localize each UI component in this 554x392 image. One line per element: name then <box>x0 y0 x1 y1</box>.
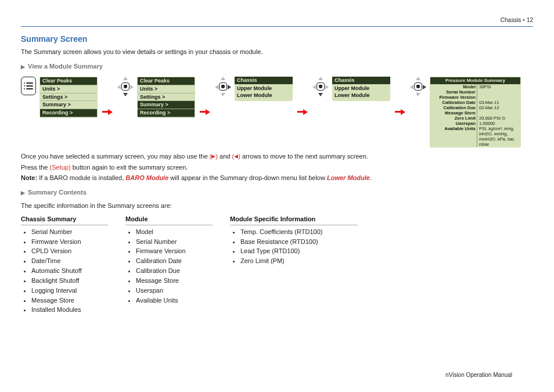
summary-table: Model30PSI Serial Number Firmware Versio… <box>430 84 520 147</box>
list-item: CPLD Version <box>31 247 108 256</box>
menu-item: Recording > <box>40 109 97 117</box>
instruction-arrows: Once you have selected a summary screen,… <box>21 152 533 161</box>
list-item: Userspan <box>136 286 213 295</box>
list-item: Available Units <box>136 296 213 305</box>
column-chassis-summary: Chassis Summary Serial Number Firmware V… <box>21 215 108 315</box>
menu-item: Units > <box>138 85 195 93</box>
device-screen-summary: Pressure Module Summary Model30PSI Seria… <box>430 77 521 148</box>
header-page-number: 12 <box>527 16 533 24</box>
contents-intro: The specific information in the Summary … <box>21 202 533 210</box>
list-item: Lower Module <box>237 92 290 99</box>
note-text: Note: If a BARO module is installed, BAR… <box>21 174 533 182</box>
intro-text: The Summary screen allows you to view de… <box>21 48 533 56</box>
list-item: Temp. Coefficients (RTD100) <box>240 228 358 236</box>
list-item: Automatic Shutoff <box>31 267 108 275</box>
list-item: Zero Limit (PM) <box>240 257 358 265</box>
menu-item: Settings > <box>138 93 195 102</box>
list-item: Serial Number <box>136 238 213 246</box>
instruction-exit: Press the (Setup) button again to exit t… <box>21 163 533 172</box>
setup-button-icon <box>21 77 36 95</box>
column-title: Module Specific Information <box>230 215 358 225</box>
column-module-specific: Module Specific Information Temp. Coeffi… <box>230 215 358 315</box>
summary-columns: Chassis Summary Serial Number Firmware V… <box>21 215 533 315</box>
list-item: Backlight Shutoff <box>31 276 108 285</box>
menu-item: Clear Peaks <box>40 77 97 85</box>
device-screen-list-2: Chassis Upper Module Lower Module <box>332 77 390 101</box>
subheading-summary-contents: Summary Contents <box>21 188 533 197</box>
arrow-right-icon <box>102 109 113 115</box>
list-header: Chassis <box>235 77 293 84</box>
menu-item: Clear Peaks <box>138 77 195 85</box>
arrow-right-icon <box>395 109 405 115</box>
device-screen-menu-2: Clear Peaks Units > Settings > Summary >… <box>137 77 195 118</box>
flow-diagram: Clear Peaks Units > Settings > Summary >… <box>21 77 533 148</box>
list-item: Installed Modules <box>31 305 108 314</box>
list-item: Calibration Due <box>136 267 213 275</box>
summary-title: Pressure Module Summary <box>430 77 520 84</box>
list-item: Logging Interval <box>31 286 108 295</box>
list-item: Firmware Version <box>31 238 108 246</box>
list-item: Message Store <box>31 296 108 305</box>
header-section: Chassis <box>501 16 521 24</box>
list-item: Model <box>136 228 213 236</box>
menu-item: Recording > <box>138 109 195 117</box>
dpad-right-icon <box>410 77 426 96</box>
list-item: Date/Time <box>31 257 108 265</box>
list-item: Upper Module <box>237 85 290 92</box>
note-label: Note: <box>21 174 37 181</box>
menu-item: Summary > <box>138 101 195 109</box>
arrow-right-icon <box>200 109 210 115</box>
list-item: Lower Module <box>334 92 388 99</box>
dpad-down-icon <box>312 77 329 96</box>
column-title: Module <box>125 215 213 225</box>
list-item: Serial Number <box>31 228 108 236</box>
list-item: Firmware Version <box>136 247 213 256</box>
list-item: Lead Type (RTD100) <box>240 247 358 256</box>
page-header: Chassis • 12 <box>21 16 533 27</box>
arrow-right-icon <box>297 109 308 115</box>
subheading-view-module-summary: View a Module Summary <box>21 62 533 71</box>
dpad-down-icon <box>117 77 134 96</box>
list-item: Calibration Date <box>136 257 213 265</box>
menu-item: Units > <box>40 85 97 93</box>
device-screen-list-1: Chassis Upper Module Lower Module <box>235 77 293 101</box>
page-title: Summary Screen <box>21 34 533 45</box>
column-title: Chassis Summary <box>21 215 108 225</box>
list-header: Chassis <box>332 77 390 84</box>
menu-item: Settings > <box>40 93 97 102</box>
device-screen-menu-1: Clear Peaks Units > Settings > Summary >… <box>39 77 98 118</box>
dpad-right-icon <box>215 77 231 96</box>
footer-text: nVision Operation Manual <box>445 371 512 379</box>
list-item: Upper Module <box>334 85 388 92</box>
list-item: Message Store <box>136 276 213 285</box>
header-separator-icon: • <box>521 16 527 24</box>
list-item: Base Resistance (RTD100) <box>240 238 358 246</box>
menu-item: Summary > <box>40 101 97 109</box>
column-module: Module Model Serial Number Firmware Vers… <box>125 215 213 315</box>
